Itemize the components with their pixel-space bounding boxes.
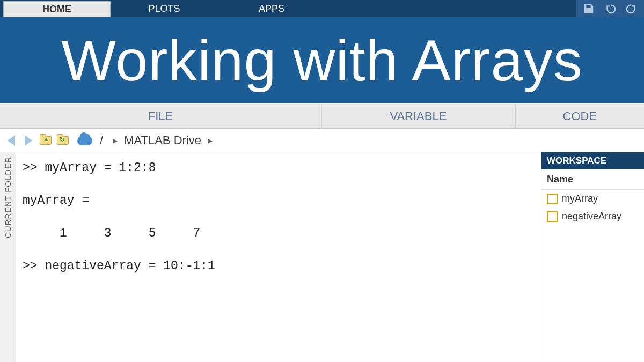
cmd-blank [23,180,535,193]
folder-up-icon [40,136,52,145]
workspace-variable[interactable]: myArray [541,190,644,208]
workspace-var-name: myArray [562,193,598,204]
tab-apps[interactable]: APPS [218,0,325,17]
address-bar: / ▸ MATLAB Drive ▸ [0,129,644,152]
current-folder-label: CURRENT FOLDER [3,157,12,238]
chevron-right-icon[interactable]: ▸ [208,135,213,146]
arrow-right-icon [25,135,32,146]
cloud-icon [77,136,92,145]
workspace-column-name[interactable]: Name [541,169,644,190]
cmd-line: >> negativeArray = 10:-1:1 [23,258,535,275]
cmd-line: >> myArray = 1:2:8 [23,160,535,176]
cmd-output-header: myArray = [23,193,535,209]
variable-array-icon [547,194,558,204]
save-icon[interactable] [581,1,597,17]
workspace-var-name: negativeArray [562,211,621,222]
toolstrip-tabs: HOME PLOTS APPS [0,0,644,17]
undo-icon[interactable] [602,1,618,17]
workspace-title: WORKSPACE [541,152,644,169]
nav-forward-button[interactable] [20,132,36,149]
quick-access-toolbar [576,0,644,17]
variable-array-icon [547,211,558,222]
workspace-panel: WORKSPACE Name myArray negativeArray [541,152,644,362]
path-segment-drive[interactable]: MATLAB Drive [124,134,201,147]
tab-home[interactable]: HOME [3,1,111,17]
section-code[interactable]: CODE [516,104,644,128]
current-folder-panel-tab[interactable]: CURRENT FOLDER [0,152,16,362]
main-area: CURRENT FOLDER >> myArray = 1:2:8 myArra… [0,152,644,362]
arrow-left-icon [8,135,15,146]
nav-up-folder-button[interactable] [38,132,54,149]
path-separator: / [100,134,103,147]
redo-icon[interactable] [624,1,640,17]
folder-browse-icon [57,136,69,145]
cmd-blank [23,212,535,225]
cmd-blank [23,245,535,258]
nav-back-button[interactable] [3,132,19,149]
cmd-output-values: 1 3 5 7 [23,225,535,242]
nav-browse-folder-button[interactable] [55,132,71,149]
tab-plots[interactable]: PLOTS [111,0,218,17]
section-file[interactable]: FILE [0,104,322,128]
workspace-variable[interactable]: negativeArray [541,208,644,225]
command-window[interactable]: >> myArray = 1:2:8 myArray = 1 3 5 7 >> … [16,152,541,362]
chevron-right-icon[interactable]: ▸ [113,135,118,146]
banner-title: Working with Arrays [0,17,644,103]
section-variable[interactable]: VARIABLE [322,104,516,128]
ribbon-section-bar: FILE VARIABLE CODE [0,103,644,129]
